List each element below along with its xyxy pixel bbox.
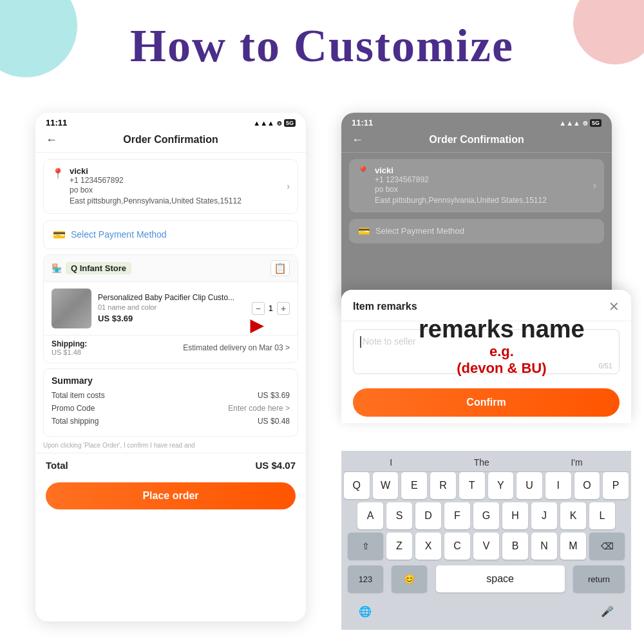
signal-icon: ▲▲▲ bbox=[253, 119, 274, 127]
key-w[interactable]: W bbox=[373, 472, 399, 499]
key-t[interactable]: T bbox=[459, 472, 485, 499]
wifi-icon-right: ⌾ bbox=[583, 118, 587, 128]
address-line2-left: East pittsburgh,Pennsylvania,United Stat… bbox=[70, 196, 290, 207]
key-l[interactable]: L bbox=[589, 502, 615, 529]
product-variant-left: 01 name and color bbox=[98, 303, 245, 311]
backspace-key[interactable]: ⌫ bbox=[589, 533, 625, 560]
key-u[interactable]: U bbox=[516, 472, 542, 499]
key-b[interactable]: B bbox=[502, 533, 528, 560]
key-z[interactable]: Z bbox=[386, 533, 412, 560]
char-count: 0/51 bbox=[599, 362, 612, 370]
address-content-right: vicki +1 1234567892 po box East pittsbur… bbox=[375, 166, 596, 206]
key-g[interactable]: G bbox=[473, 502, 499, 529]
address-arrow-right: › bbox=[593, 180, 596, 191]
keyboard-row-3: ⇧ Z X C V B N M ⌫ bbox=[344, 533, 629, 560]
address-arrow-left: › bbox=[287, 181, 290, 191]
shipping-row-left: Shipping: US $1.48 Estimated delivery on… bbox=[44, 335, 298, 363]
return-key[interactable]: return bbox=[573, 565, 625, 592]
key-123[interactable]: 123 bbox=[348, 565, 383, 592]
confirm-button[interactable]: Confirm bbox=[353, 388, 620, 417]
address-section-left[interactable]: 📍 vicki +1 1234567892 po box East pittsb… bbox=[43, 159, 298, 214]
payment-icon-right: 💳 bbox=[358, 225, 370, 237]
time-right: 11:11 bbox=[352, 118, 373, 128]
back-arrow-right[interactable]: ← bbox=[352, 133, 363, 147]
keyboard-row-2: A S D F G H J K L bbox=[344, 502, 629, 529]
key-y[interactable]: Y bbox=[488, 472, 514, 499]
key-f[interactable]: F bbox=[444, 502, 470, 529]
address-content-left: vicki +1 1234567892 po box East pittsbur… bbox=[70, 166, 290, 207]
key-r[interactable]: R bbox=[430, 472, 456, 499]
address-phone-left: +1 1234567892 bbox=[70, 176, 290, 185]
globe-key[interactable]: 🌐 bbox=[352, 598, 379, 625]
summary-item-cost-label: Total item costs bbox=[52, 391, 105, 400]
key-h[interactable]: H bbox=[502, 502, 528, 529]
key-n[interactable]: N bbox=[531, 533, 557, 560]
summary-promo-row[interactable]: Promo Code Enter code here > bbox=[52, 404, 290, 413]
key-x[interactable]: X bbox=[415, 533, 441, 560]
summary-shipping-label: Total shipping bbox=[52, 417, 99, 426]
red-arrow-indicator: ◀ bbox=[250, 314, 264, 336]
product-image-left bbox=[52, 289, 91, 328]
phone-header-right: ← Order Confirmation bbox=[341, 130, 612, 153]
product-qty-left: − 1 + bbox=[252, 302, 290, 315]
address-phone-right: +1 1234567892 bbox=[375, 175, 596, 184]
address-name-right: vicki bbox=[375, 166, 596, 175]
key-i[interactable]: I bbox=[545, 472, 571, 499]
payment-section-right[interactable]: 💳 Select Payment Method bbox=[349, 219, 604, 243]
key-p[interactable]: P bbox=[603, 472, 629, 499]
note-placeholder: Note to seller bbox=[363, 336, 415, 346]
back-arrow-left[interactable]: ← bbox=[46, 133, 57, 147]
key-d[interactable]: D bbox=[415, 502, 441, 529]
remarks-example-text: (devon & BU) bbox=[419, 360, 585, 377]
summary-title-left: Summary bbox=[52, 375, 290, 386]
address-section-right[interactable]: 📍 vicki +1 1234567892 po box East pittsb… bbox=[349, 159, 604, 213]
store-name-label: Q Infant Store bbox=[66, 262, 131, 274]
key-s[interactable]: S bbox=[386, 502, 412, 529]
modal-close-button[interactable]: ✕ bbox=[609, 299, 620, 314]
signal-icon-right: ▲▲▲ bbox=[559, 119, 580, 127]
key-a[interactable]: A bbox=[357, 502, 383, 529]
suggestion-i[interactable]: I bbox=[390, 457, 392, 468]
summary-promo-value: Enter code here > bbox=[228, 404, 290, 413]
place-order-button[interactable]: Place order bbox=[46, 482, 296, 509]
key-m[interactable]: M bbox=[560, 533, 586, 560]
shipping-label-left: Shipping: bbox=[52, 339, 87, 348]
status-icons-right: ▲▲▲ ⌾ 5G bbox=[559, 118, 601, 128]
shipping-cost-left: US $1.48 bbox=[52, 348, 87, 356]
select-payment-left: Select Payment Method bbox=[71, 229, 167, 240]
qty-decrease-left[interactable]: − bbox=[252, 302, 265, 315]
key-v[interactable]: V bbox=[473, 533, 499, 560]
key-o[interactable]: O bbox=[574, 472, 600, 499]
order-confirmation-title-right: Order Confirmation bbox=[429, 134, 524, 146]
mic-key[interactable]: 🎤 bbox=[594, 598, 621, 625]
summary-item-cost-row: Total item costs US $3.69 bbox=[52, 391, 290, 400]
key-q[interactable]: Q bbox=[344, 472, 370, 499]
space-key[interactable]: space bbox=[436, 565, 565, 592]
disclaimer-left: Upon clicking 'Place Order', I confirm I… bbox=[43, 442, 298, 449]
key-j[interactable]: J bbox=[531, 502, 557, 529]
summary-shipping-value: US $0.48 bbox=[258, 417, 290, 426]
store-name-area: 🏪 Q Infant Store bbox=[52, 262, 131, 274]
keyboard-row-1: Q W E R T Y U I O P bbox=[344, 472, 629, 499]
payment-icon-left: 💳 bbox=[53, 229, 66, 241]
key-k[interactable]: K bbox=[560, 502, 586, 529]
remarks-eg-text: e.g. bbox=[419, 343, 585, 360]
suggestion-the[interactable]: The bbox=[474, 457, 489, 468]
note-icon-left[interactable]: 📋 bbox=[270, 260, 290, 276]
keyboard-bottom-row: 123 😊 space return bbox=[344, 563, 629, 595]
status-bar-left: 11:11 ▲▲▲ ⌾ 5G bbox=[35, 113, 306, 130]
modal-title: Item remarks bbox=[353, 301, 417, 312]
main-title: How to Customize bbox=[0, 19, 644, 73]
5g-badge-left: 5G bbox=[284, 119, 296, 127]
suggestion-im[interactable]: I'm bbox=[571, 457, 582, 468]
summary-section-left: Summary Total item costs US $3.69 Promo … bbox=[43, 368, 298, 437]
qty-increase-left[interactable]: + bbox=[277, 302, 290, 315]
select-payment-right: Select Payment Method bbox=[375, 226, 464, 236]
key-emoji[interactable]: 😊 bbox=[392, 565, 427, 592]
key-c[interactable]: C bbox=[444, 533, 470, 560]
shift-key[interactable]: ⇧ bbox=[348, 533, 383, 560]
status-bar-right: 11:11 ▲▲▲ ⌾ 5G bbox=[341, 113, 612, 130]
summary-item-cost-value: US $3.69 bbox=[258, 391, 290, 400]
key-e[interactable]: E bbox=[401, 472, 427, 499]
payment-section-left[interactable]: 💳 Select Payment Method bbox=[43, 220, 298, 249]
